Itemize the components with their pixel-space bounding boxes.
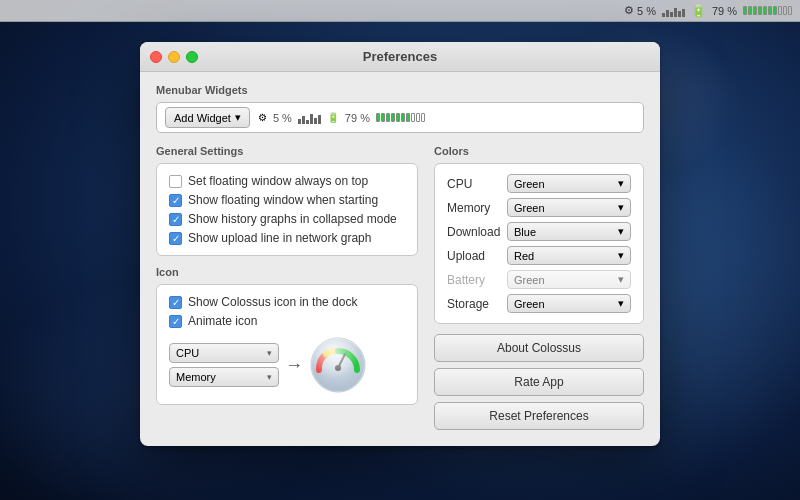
checkbox-always-on-top-label: Set floating window always on top (188, 174, 368, 188)
checkbox-animate-icon-box[interactable]: ✓ (169, 315, 182, 328)
checkbox-upload-line-label: Show upload line in network graph (188, 231, 371, 245)
widget-preview: ⚙ 5 % 🔋 79 % (258, 112, 635, 124)
system-menubar: ⚙ 5 % 🔋 79 % (0, 0, 800, 22)
checkbox-show-on-start-box[interactable]: ✓ (169, 194, 182, 207)
icon-dropdown-memory-arrow: ▾ (267, 372, 272, 382)
rate-button[interactable]: Rate App (434, 368, 644, 396)
checkbox-upload-line[interactable]: ✓ Show upload line in network graph (169, 231, 405, 245)
icon-section-label: Icon (156, 266, 418, 278)
colors-group: CPU Green ▾ Memory Green ▾ (434, 163, 644, 324)
widget-cpu-icon: ⚙ (258, 112, 267, 123)
color-arrow-upload: ▾ (618, 249, 624, 262)
menubar-widgets-label: Menubar Widgets (156, 84, 644, 96)
widget-battery-value: 79 % (345, 112, 370, 124)
color-row-cpu: CPU Green ▾ (447, 174, 631, 193)
color-value-storage: Green (514, 298, 545, 310)
app-icon (309, 336, 367, 394)
about-button[interactable]: About Colossus (434, 334, 644, 362)
color-label-upload: Upload (447, 249, 507, 263)
window-content: Menubar Widgets Add Widget ▾ ⚙ 5 % 🔋 79 … (140, 72, 660, 446)
action-buttons: About Colossus Rate App Reset Preference… (434, 334, 644, 430)
menubar-battery-value: 79 % (712, 5, 737, 17)
widget-cpu-value: 5 % (273, 112, 292, 124)
colors-label: Colors (434, 145, 644, 157)
color-select-storage[interactable]: Green ▾ (507, 294, 631, 313)
color-arrow-download: ▾ (618, 225, 624, 238)
color-label-download: Download (447, 225, 507, 239)
color-row-upload: Upload Red ▾ (447, 246, 631, 265)
add-widget-chevron: ▾ (235, 111, 241, 124)
menubar-battery-icon: 🔋 (691, 4, 706, 18)
color-arrow-memory: ▾ (618, 201, 624, 214)
color-value-upload: Red (514, 250, 534, 262)
color-row-memory: Memory Green ▾ (447, 198, 631, 217)
color-arrow-storage: ▾ (618, 297, 624, 310)
main-columns: General Settings Set floating window alw… (156, 145, 644, 430)
checkbox-show-in-dock[interactable]: ✓ Show Colossus icon in the dock (169, 295, 405, 309)
color-row-download: Download Blue ▾ (447, 222, 631, 241)
menubar-cpu-graph (662, 5, 685, 17)
color-value-memory: Green (514, 202, 545, 214)
widget-cpu-graph (298, 112, 321, 124)
icon-dropdown-memory[interactable]: Memory ▾ (169, 367, 279, 387)
color-label-storage: Storage (447, 297, 507, 311)
widget-battery-icon: 🔋 (327, 112, 339, 123)
add-widget-button[interactable]: Add Widget ▾ (165, 107, 250, 128)
color-label-memory: Memory (447, 201, 507, 215)
menubar-cpu-icon: ⚙ (624, 4, 634, 17)
general-settings-label: General Settings (156, 145, 418, 157)
reset-button[interactable]: Reset Preferences (434, 402, 644, 430)
checkbox-show-in-dock-label: Show Colossus icon in the dock (188, 295, 357, 309)
widget-battery-bars (376, 113, 425, 122)
window-titlebar: Preferences (140, 42, 660, 72)
checkbox-animate-icon-label: Animate icon (188, 314, 257, 328)
window-controls (150, 51, 198, 63)
color-select-download[interactable]: Blue ▾ (507, 222, 631, 241)
menubar-battery-bars (743, 6, 792, 15)
icon-dropdown-cpu-label: CPU (176, 347, 199, 359)
checkbox-history-collapsed-box[interactable]: ✓ (169, 213, 182, 226)
checkbox-always-on-top[interactable]: Set floating window always on top (169, 174, 405, 188)
left-column: General Settings Set floating window alw… (156, 145, 418, 430)
color-select-cpu[interactable]: Green ▾ (507, 174, 631, 193)
icon-dropdowns-col: CPU ▾ Memory ▾ (169, 343, 279, 387)
icon-section-group: ✓ Show Colossus icon in the dock ✓ Anima… (156, 284, 418, 405)
color-label-battery: Battery (447, 273, 507, 287)
checkbox-show-in-dock-box[interactable]: ✓ (169, 296, 182, 309)
preferences-window: Preferences Menubar Widgets Add Widget ▾… (140, 42, 660, 446)
checkbox-history-collapsed-label: Show history graphs in collapsed mode (188, 212, 397, 226)
menubar-widgets-bar: Add Widget ▾ ⚙ 5 % 🔋 79 % (156, 102, 644, 133)
color-select-upload[interactable]: Red ▾ (507, 246, 631, 265)
color-value-battery: Green (514, 274, 545, 286)
color-select-memory[interactable]: Green ▾ (507, 198, 631, 217)
menubar-cpu: ⚙ 5 % (624, 4, 656, 17)
color-row-battery: Battery Green ▾ (447, 270, 631, 289)
close-button[interactable] (150, 51, 162, 63)
color-row-storage: Storage Green ▾ (447, 294, 631, 313)
checkbox-history-collapsed[interactable]: ✓ Show history graphs in collapsed mode (169, 212, 405, 226)
icon-dropdown-cpu-arrow: ▾ (267, 348, 272, 358)
checkbox-show-on-start-label: Show floating window when starting (188, 193, 378, 207)
icon-dropdowns: CPU ▾ Memory ▾ → (169, 336, 405, 394)
icon-dropdown-memory-label: Memory (176, 371, 216, 383)
checkbox-show-on-start[interactable]: ✓ Show floating window when starting (169, 193, 405, 207)
add-widget-label: Add Widget (174, 112, 231, 124)
icon-dropdown-cpu[interactable]: CPU ▾ (169, 343, 279, 363)
general-settings-group: Set floating window always on top ✓ Show… (156, 163, 418, 256)
menubar-cpu-value: 5 % (637, 5, 656, 17)
checkbox-upload-line-box[interactable]: ✓ (169, 232, 182, 245)
minimize-button[interactable] (168, 51, 180, 63)
right-column: Colors CPU Green ▾ Memory Green (434, 145, 644, 430)
color-select-battery: Green ▾ (507, 270, 631, 289)
maximize-button[interactable] (186, 51, 198, 63)
color-label-cpu: CPU (447, 177, 507, 191)
arrow-right-icon: → (285, 355, 303, 376)
color-arrow-cpu: ▾ (618, 177, 624, 190)
checkbox-always-on-top-box[interactable] (169, 175, 182, 188)
checkbox-animate-icon[interactable]: ✓ Animate icon (169, 314, 405, 328)
window-title: Preferences (363, 49, 437, 64)
color-arrow-battery: ▾ (618, 273, 624, 286)
color-value-cpu: Green (514, 178, 545, 190)
color-value-download: Blue (514, 226, 536, 238)
